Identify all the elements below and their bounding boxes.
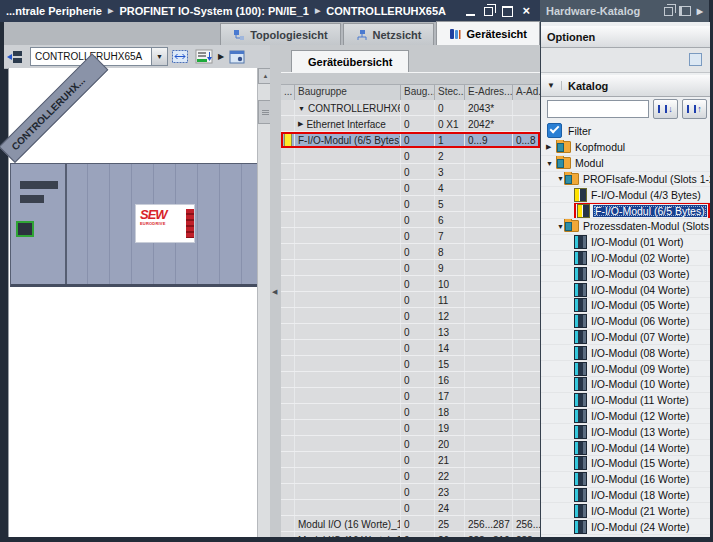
catalog-tree-item[interactable]: ▶Kopfmodul — [541, 140, 710, 156]
breadcrumb-item[interactable]: CONTROLLERUHX65A — [326, 5, 446, 17]
tab-geraetesicht[interactable]: Gerätesicht — [436, 21, 540, 45]
expander-icon[interactable]: ▶ — [298, 120, 303, 128]
chevron-down-icon[interactable]: ▼ — [541, 81, 562, 90]
catalog-tree-item[interactable]: I/O-Modul (12 Worte) — [541, 409, 710, 425]
table-row[interactable]: 06 — [281, 212, 540, 228]
chevron-down-icon[interactable]: ▼ — [151, 48, 167, 65]
catalog-tree-item[interactable]: I/O-Modul (06 Worte) — [541, 314, 710, 330]
table-row[interactable]: 012 — [281, 308, 540, 324]
catalog-tree-item[interactable]: I/O-Modul (13 Worte) — [541, 424, 710, 440]
column-header-baugruppe[interactable]: Baugruppe — [295, 85, 401, 101]
table-row[interactable]: 020 — [281, 436, 540, 452]
table-row[interactable]: ▼CONTROLLERUHX65A002043* — [281, 100, 540, 116]
column-header-icon[interactable]: ... — [281, 85, 295, 101]
table-row[interactable]: 013 — [281, 324, 540, 340]
canvas-vertical-scrollbar[interactable]: ▲ — [257, 68, 271, 537]
show-addresses-icon[interactable] — [195, 49, 213, 64]
split-editor-icon[interactable] — [229, 50, 245, 64]
catalog-section-header[interactable]: ▼ Katalog — [541, 75, 710, 97]
dock-panel-icon[interactable] — [679, 6, 691, 16]
search-input[interactable] — [547, 100, 649, 118]
catalog-tree-item[interactable]: ▼PROFIsafe-Modul (Slots 1-24) — [541, 172, 710, 188]
options-section-header[interactable]: Optionen — [541, 26, 710, 48]
table-row[interactable]: 04 — [281, 180, 540, 196]
table-row[interactable]: 09 — [281, 260, 540, 276]
catalog-tree-item[interactable]: I/O-Modul (16 Worte) — [541, 472, 710, 488]
tab-netzsicht[interactable]: Netzsicht — [343, 23, 435, 45]
table-row[interactable]: 023 — [281, 484, 540, 500]
minimize-icon[interactable] — [466, 6, 475, 16]
tab-geraeteuebersicht[interactable]: Geräteübersicht — [291, 50, 409, 73]
catalog-tree-item[interactable]: F-I/O-Modul (4/3 Bytes) — [541, 187, 710, 203]
table-row[interactable]: 07 — [281, 228, 540, 244]
table-row[interactable]: 018 — [281, 404, 540, 420]
table-row[interactable]: Modul I/O (16 Worte)_1025256...287256... — [281, 516, 540, 532]
catalog-tree-item[interactable]: I/O-Modul (08 Worte) — [541, 345, 710, 361]
collapse-right-icon[interactable]: ▶ — [697, 7, 703, 16]
options-panel-icon[interactable] — [689, 53, 702, 66]
device-navigate-icon[interactable] — [7, 50, 23, 64]
table-row[interactable]: 03 — [281, 164, 540, 180]
table-row[interactable]: 02 — [281, 148, 540, 164]
catalog-tree-item[interactable]: I/O-Modul (01 Wort) — [541, 235, 710, 251]
expander-icon[interactable]: ▼ — [546, 160, 556, 167]
table-row[interactable]: 017 — [281, 388, 540, 404]
restore-icon[interactable] — [484, 7, 493, 16]
expander-icon[interactable]: ▶ — [546, 143, 556, 151]
find-next-icon[interactable]: ↓ — [653, 99, 678, 119]
table-row[interactable]: 014 — [281, 340, 540, 356]
table-row[interactable]: 05 — [281, 196, 540, 212]
filter-checkbox[interactable] — [547, 123, 562, 138]
table-row[interactable]: Modul I/O (16 Worte)_2026288...319288... — [281, 532, 540, 537]
device-canvas[interactable]: CONTROLLERUHX... SEW EURODRIVE — [8, 68, 258, 537]
catalog-tree-item[interactable]: I/O-Modul (15 Worte) — [541, 456, 710, 472]
catalog-tree-item[interactable]: ▼Prozessdaten-Modul (Slots 25- — [541, 219, 710, 235]
catalog-tree-item[interactable]: ▼Modul — [541, 156, 710, 172]
catalog-tree-item[interactable]: I/O-Modul (24 Worte) — [541, 519, 710, 535]
table-row[interactable]: 015 — [281, 356, 540, 372]
breadcrumb-item[interactable]: ...ntrale Peripherie — [6, 5, 102, 17]
float-panel-icon[interactable] — [664, 7, 673, 16]
catalog-tree-item[interactable]: I/O-Modul (02 Worte) — [541, 251, 710, 267]
module-name: Ethernet Interface — [306, 119, 386, 130]
maximize-icon[interactable] — [502, 6, 513, 17]
table-row[interactable]: 024 — [281, 500, 540, 516]
catalog-tree-item[interactable]: F-I/O-Modul (6/5 Bytes) — [541, 203, 710, 219]
catalog-tree-item[interactable]: I/O-Modul (11 Worte) — [541, 393, 710, 409]
column-header-baugruppentraeger[interactable]: Baug... — [401, 85, 435, 101]
table-row[interactable]: 019 — [281, 420, 540, 436]
catalog-tree-item[interactable]: I/O-Modul (10 Worte) — [541, 377, 710, 393]
column-header-steckplatz[interactable]: Stec... — [435, 85, 465, 101]
catalog-tree-item[interactable]: I/O-Modul (18 Worte) — [541, 488, 710, 504]
expander-icon[interactable]: ▼ — [557, 223, 564, 230]
close-icon[interactable]: × — [522, 6, 530, 16]
table-row[interactable]: 010 — [281, 276, 540, 292]
fit-view-icon[interactable] — [171, 49, 189, 64]
catalog-tree-item[interactable]: I/O-Modul (21 Worte) — [541, 503, 710, 519]
splitter-collapse-icon[interactable]: ◀ — [272, 288, 277, 296]
expander-icon[interactable]: ▼ — [557, 175, 564, 182]
ethernet-port-icon[interactable] — [16, 221, 34, 237]
column-header-a-adresse[interactable]: A-Ad.. — [513, 85, 540, 101]
catalog-tree-item[interactable]: I/O-Modul (14 Worte) — [541, 440, 710, 456]
breadcrumb-item[interactable]: PROFINET IO-System (100): PN/IE_1 — [119, 5, 309, 17]
find-previous-icon[interactable]: ↑ — [682, 99, 707, 119]
catalog-tree-item[interactable]: I/O-Modul (09 Worte) — [541, 361, 710, 377]
table-row[interactable]: 011 — [281, 292, 540, 308]
catalog-tree-item[interactable]: I/O-Modul (04 Worte) — [541, 282, 710, 298]
table-row[interactable]: 022 — [281, 468, 540, 484]
catalog-tree-item[interactable]: I/O-Modul (07 Worte) — [541, 330, 710, 346]
catalog-tree-item[interactable]: I/O-Modul (03 Worte) — [541, 266, 710, 282]
table-row[interactable]: ▶Ethernet Interface00 X12042* — [281, 116, 540, 132]
table-row[interactable]: 016 — [281, 372, 540, 388]
toolbar-expand-icon[interactable]: ▶ — [218, 52, 224, 61]
table-row[interactable]: F-I/O-Modul (6/5 Bytes)010...90...8 — [281, 132, 540, 148]
device-rack[interactable]: SEW EURODRIVE — [10, 163, 258, 287]
tab-topologiesicht[interactable]: Topologiesicht — [220, 23, 340, 45]
table-row[interactable]: 08 — [281, 244, 540, 260]
column-header-e-adresse[interactable]: E-Adres... — [465, 85, 513, 101]
catalog-tree-item[interactable]: I/O-Modul (05 Worte) — [541, 298, 710, 314]
sew-module[interactable]: SEW EURODRIVE — [135, 204, 195, 243]
table-row[interactable]: 021 — [281, 452, 540, 468]
expander-icon[interactable]: ▼ — [298, 105, 305, 112]
